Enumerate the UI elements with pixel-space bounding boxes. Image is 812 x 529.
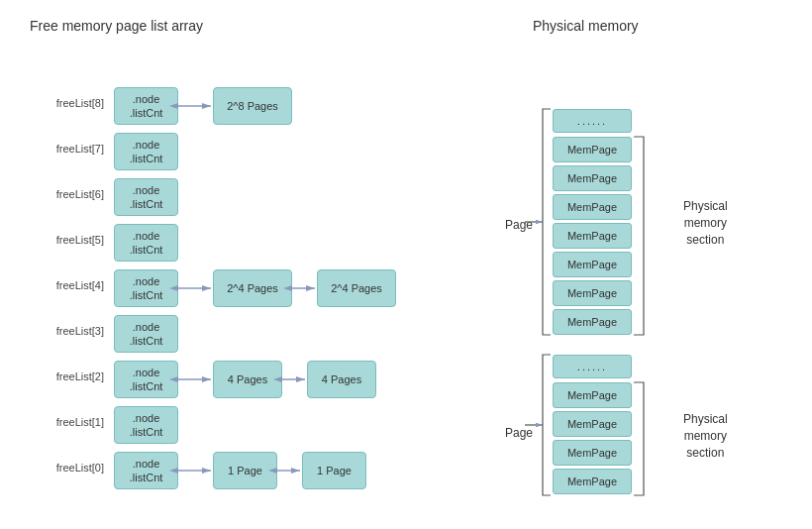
node-box-2: .node .listCnt	[114, 361, 178, 398]
phys-section-label-1: Physicalmemorysection	[683, 198, 728, 248]
left-title: Free memory page list array	[30, 18, 203, 34]
page-box-8-1: 2^8 Pages	[213, 87, 292, 125]
page-label-2: Page	[505, 426, 533, 440]
mem-page-2-2: MemPage	[553, 411, 632, 437]
mem-page-1-7: MemPage	[553, 309, 632, 335]
right-title: Physical memory	[533, 18, 639, 34]
freelist-label-1: freeList[1]	[30, 416, 104, 428]
freelist-label-6: freeList[6]	[30, 188, 104, 200]
page-box-4-1: 2^4 Pages	[213, 269, 292, 307]
page-box-2-2: 4 Pages	[307, 361, 376, 398]
dots-1: ......	[553, 109, 632, 133]
mem-page-1-5: MemPage	[553, 252, 632, 277]
node-box-1: .node .listCnt	[114, 406, 178, 444]
mem-page-1-2: MemPage	[553, 165, 632, 191]
page-box-0-2: 1 Page	[302, 452, 366, 489]
mem-page-2-1: MemPage	[553, 382, 632, 408]
mem-page-2-3: MemPage	[553, 440, 632, 466]
diagram-container: Free memory page list array Physical mem…	[0, 0, 812, 529]
freelist-label-8: freeList[8]	[30, 97, 104, 109]
mem-page-1-6: MemPage	[553, 280, 632, 306]
node-box-0: .node .listCnt	[114, 452, 178, 489]
node-box-6: .node .listCnt	[114, 178, 178, 216]
dots-2: ......	[553, 355, 632, 378]
mem-page-1-4: MemPage	[553, 223, 632, 249]
node-box-5: .node .listCnt	[114, 224, 178, 262]
freelist-label-3: freeList[3]	[30, 325, 104, 337]
mem-page-1-1: MemPage	[553, 137, 632, 162]
page-box-0-1: 1 Page	[213, 452, 277, 489]
node-box-3: .node .listCnt	[114, 315, 178, 353]
phys-section-label-2: Physicalmemorysection	[683, 411, 728, 461]
node-box-4: .node .listCnt	[114, 269, 178, 307]
page-label-1: Page	[505, 218, 533, 232]
freelist-label-5: freeList[5]	[30, 234, 104, 246]
freelist-label-7: freeList[7]	[30, 143, 104, 155]
mem-page-1-3: MemPage	[553, 194, 632, 220]
node-box-7: .node .listCnt	[114, 133, 178, 170]
node-box-8: .node .listCnt	[114, 87, 178, 125]
page-box-2-1: 4 Pages	[213, 361, 282, 398]
freelist-label-4: freeList[4]	[30, 279, 104, 291]
freelist-label-0: freeList[0]	[30, 462, 104, 474]
page-box-4-2: 2^4 Pages	[317, 269, 396, 307]
mem-page-2-4: MemPage	[553, 469, 632, 494]
freelist-label-2: freeList[2]	[30, 370, 104, 382]
